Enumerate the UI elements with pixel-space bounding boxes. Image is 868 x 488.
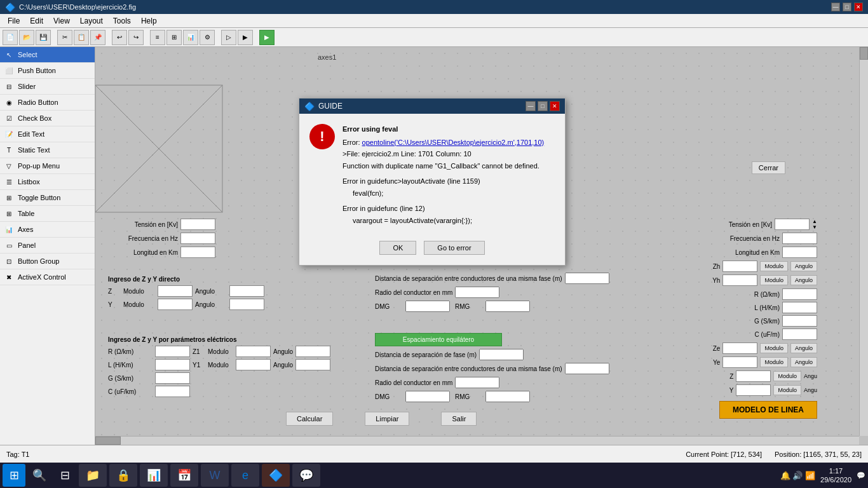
toolbar-redo[interactable]: ↪ <box>128 30 144 45</box>
ye-angulo-btn[interactable]: Angulo <box>790 357 817 367</box>
sidebar-item-activex[interactable]: ✖ ActiveX Control <box>0 269 95 285</box>
longitud-right-input[interactable] <box>782 247 817 258</box>
rmg2-input[interactable] <box>485 391 530 402</box>
distancia-sep-upper-input[interactable] <box>565 273 609 284</box>
sidebar-item-listbox[interactable]: ☰ Listbox <box>0 174 95 190</box>
tension-up-arrow[interactable]: ▲ <box>812 219 817 224</box>
z-angulo-input[interactable] <box>229 285 264 297</box>
z1-angulo-input[interactable] <box>295 346 330 357</box>
toolbar-play[interactable]: ▶ <box>259 30 275 45</box>
sidebar-item-select[interactable]: ↖ Select <box>0 47 95 63</box>
y-angulo-input[interactable] <box>229 299 264 310</box>
close-button[interactable]: ✕ <box>854 3 863 11</box>
radio-upper-input[interactable] <box>455 287 499 298</box>
yh-input[interactable] <box>722 274 757 286</box>
y1-angulo-input[interactable] <box>295 359 330 370</box>
y-right-input[interactable] <box>736 384 771 396</box>
z-right-input[interactable] <box>736 370 771 382</box>
z1-modulo-input[interactable] <box>236 346 271 357</box>
rmg-upper-input[interactable] <box>485 301 530 312</box>
dmg2-input[interactable] <box>405 391 450 402</box>
sidebar-item-push-button[interactable]: ⬜ Push Button <box>0 63 95 79</box>
toolbar-paste[interactable]: 📌 <box>90 30 105 45</box>
minimize-button[interactable]: — <box>831 3 840 11</box>
taskbar-matlab[interactable]: 🔷 <box>262 464 290 487</box>
taskbar-word[interactable]: W <box>201 464 229 487</box>
taskbar-file-explorer[interactable]: 📁 <box>79 464 107 487</box>
y-right-modulo-btn[interactable]: Modulo <box>773 385 801 395</box>
taskbar-store[interactable]: 🔒 <box>109 464 137 487</box>
ye-input[interactable] <box>722 356 757 368</box>
search-button[interactable]: 🔍 <box>28 464 51 487</box>
sidebar-item-popup-menu[interactable]: ▽ Pop-up Menu <box>0 158 95 174</box>
tension-down-arrow[interactable]: ▼ <box>812 224 817 230</box>
toolbar-cut[interactable]: ✂ <box>57 30 72 45</box>
y1-modulo-input[interactable] <box>236 359 271 370</box>
dialog-minimize[interactable]: — <box>526 101 536 111</box>
limpiar-button[interactable]: Limpiar <box>365 412 409 426</box>
sidebar-item-edit-text[interactable]: 📝 Edit Text <box>0 126 95 142</box>
ze-modulo-btn[interactable]: Modulo <box>760 343 788 353</box>
menu-layout[interactable]: Layout <box>75 15 108 27</box>
toolbar-align[interactable]: ≡ <box>150 30 165 45</box>
toolbar-chart[interactable]: 📊 <box>183 30 198 45</box>
modelo-linea-button[interactable]: MODELO DE LINEA <box>719 401 817 419</box>
g-input[interactable] <box>155 372 190 384</box>
zh-modulo-btn[interactable]: Modulo <box>760 261 788 271</box>
sidebar-item-check-box[interactable]: ☑ Check Box <box>0 111 95 126</box>
menu-tools[interactable]: Tools <box>108 15 136 27</box>
error-link[interactable]: opentoline('C:\Users\USER\Desktop\ejerci… <box>362 139 545 146</box>
zh-input[interactable] <box>722 261 757 272</box>
sidebar-item-radio-button[interactable]: ◉ Radio Button <box>0 95 95 111</box>
taskbar-calendar[interactable]: 📅 <box>170 464 198 487</box>
c-input[interactable] <box>155 386 190 397</box>
dialog-close[interactable]: ✕ <box>550 101 560 111</box>
sidebar-item-static-text[interactable]: T Static Text <box>0 142 95 158</box>
toolbar-open[interactable]: 📂 <box>19 30 34 45</box>
menu-file[interactable]: File <box>3 15 25 27</box>
taskbar-edge[interactable]: e <box>231 464 259 487</box>
task-view[interactable]: ⊟ <box>53 464 76 487</box>
dialog-maximize[interactable]: □ <box>538 101 548 111</box>
dialog-ok-button[interactable]: OK <box>379 241 416 255</box>
ze-angulo-btn[interactable]: Angulo <box>790 343 817 353</box>
toolbar-save[interactable]: 💾 <box>36 30 51 45</box>
r-input[interactable] <box>155 346 190 357</box>
tension-right-input[interactable] <box>775 219 810 230</box>
maximize-button[interactable]: □ <box>843 3 851 11</box>
cerrar-button[interactable]: Cerrar <box>752 161 785 174</box>
sidebar-item-button-group[interactable]: ⊡ Button Group <box>0 254 95 269</box>
y-modulo-input[interactable] <box>158 299 193 310</box>
h-scrollbar[interactable] <box>95 436 859 445</box>
z-modulo-input[interactable] <box>158 285 193 297</box>
toolbar-prop[interactable]: ⚙ <box>200 30 215 45</box>
start-button[interactable]: ⊞ <box>3 464 25 487</box>
menu-help[interactable]: Help <box>136 15 162 27</box>
sidebar-item-slider[interactable]: ⊟ Slider <box>0 79 95 95</box>
toolbar-grid[interactable]: ⊞ <box>166 30 182 45</box>
espaciamiento-button[interactable]: Espaciamiento equilátero <box>375 333 502 346</box>
yh-modulo-btn[interactable]: Modulo <box>760 275 788 285</box>
dmg-upper-input[interactable] <box>405 301 450 312</box>
longitud-input-left[interactable] <box>180 247 215 258</box>
distancia-misma-fase-input[interactable] <box>565 363 609 374</box>
taskbar-notif[interactable]: 💬 <box>857 471 865 480</box>
sidebar-item-axes[interactable]: 📊 Axes <box>0 222 95 238</box>
toolbar-copy[interactable]: 📋 <box>74 30 89 45</box>
tension-input-left[interactable] <box>180 219 215 230</box>
salir-button[interactable]: Salir <box>441 412 477 426</box>
l-input[interactable] <box>155 359 190 370</box>
freq-right-input[interactable] <box>782 233 817 244</box>
ye-modulo-btn[interactable]: Modulo <box>760 357 788 367</box>
distancia-fase-input[interactable] <box>479 349 524 360</box>
z-right-modulo-btn[interactable]: Modulo <box>773 371 801 381</box>
sidebar-item-panel[interactable]: ▭ Panel <box>0 238 95 254</box>
v-scrollbar[interactable] <box>859 47 868 436</box>
ze-input[interactable] <box>722 342 757 354</box>
toolbar-run1[interactable]: ▷ <box>221 30 236 45</box>
r-right-input[interactable] <box>782 288 817 300</box>
dialog-goto-button[interactable]: Go to error <box>424 241 484 255</box>
yh-angulo-btn[interactable]: Angulo <box>790 275 817 285</box>
zh-angulo-btn[interactable]: Angulo <box>790 261 817 271</box>
freq-input-left[interactable] <box>180 233 215 244</box>
